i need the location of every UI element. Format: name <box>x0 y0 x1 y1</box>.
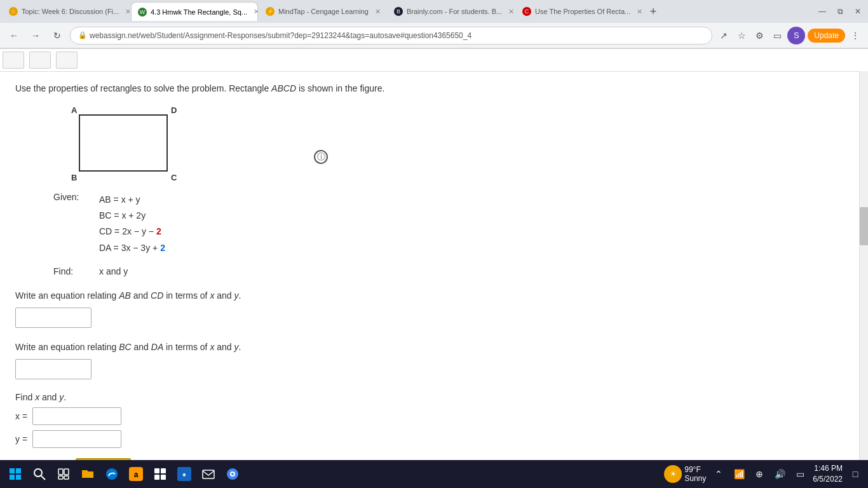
svg-point-22 <box>231 473 234 475</box>
windows-icon <box>9 468 22 480</box>
action-button-3[interactable] <box>56 51 78 69</box>
question-1-text: Write an equation relating AB and CD in … <box>15 289 853 302</box>
tab-1-close[interactable]: ✕ <box>125 8 130 16</box>
notification-icon[interactable]: □ <box>848 466 863 482</box>
tab-5[interactable]: C Use The Properties Of Recta... ✕ <box>516 2 643 21</box>
action-button-1[interactable] <box>3 51 24 69</box>
eq-cd-red: 2 <box>156 224 161 240</box>
battery-icon[interactable]: ▭ <box>792 466 808 482</box>
search-taskbar-icon <box>33 468 46 480</box>
back-button[interactable]: ← <box>5 27 23 44</box>
amazon-button[interactable]: a <box>126 464 146 484</box>
tab-3-close[interactable]: ✕ <box>375 8 381 16</box>
grid-button[interactable] <box>150 464 170 484</box>
grid-icon <box>153 467 167 481</box>
edge-taskbar-button[interactable] <box>102 464 122 484</box>
chrome-icon <box>226 467 240 481</box>
edge-taskbar-icon <box>105 467 119 481</box>
scroll-thumb[interactable] <box>860 207 868 245</box>
rectangle-figure: A D B C ⓘ <box>66 105 320 182</box>
nav-bar: ← → ↻ 🔒 webassign.net/web/Student/Assign… <box>0 23 868 48</box>
tab-5-favicon: C <box>522 7 531 16</box>
tab-2[interactable]: W 4.3 Hmwk The Rectangle, Sq... ✕ <box>131 2 258 21</box>
taskbar: a ♠ <box>0 460 868 488</box>
search-taskbar-button[interactable] <box>29 464 50 484</box>
star-icon[interactable]: ☆ <box>734 28 749 43</box>
solitaire-icon: ♠ <box>177 467 191 481</box>
tray-arrow-icon[interactable]: ⌃ <box>711 466 726 482</box>
wifi-icon[interactable]: ⊕ <box>752 466 767 482</box>
question-block-1: Write an equation relating AB and CD in … <box>15 289 853 328</box>
find-label: Find: <box>53 266 92 276</box>
answer-input-1[interactable] <box>15 308 92 328</box>
task-view-button[interactable] <box>53 464 74 484</box>
reload-button[interactable]: ↻ <box>48 27 66 44</box>
svg-rect-3 <box>16 475 21 480</box>
weather-widget: ☀ 99°F Sunny <box>664 465 706 483</box>
svg-rect-6 <box>58 469 63 475</box>
eq-ab-text: AB = x + y <box>99 192 140 208</box>
tab-3[interactable]: ⚡ MindTap - Cengage Learning ✕ <box>259 2 386 21</box>
menu-icon[interactable]: ⋮ <box>848 28 863 43</box>
address-bar[interactable]: 🔒 webassign.net/web/Student/Assignment-R… <box>70 27 712 44</box>
file-explorer-icon <box>80 466 95 482</box>
file-explorer-button[interactable] <box>78 464 98 484</box>
forward-button[interactable]: → <box>27 27 44 44</box>
question-2-text: Write an equation relating BC and DA in … <box>15 341 853 354</box>
tab-bar: ○ Topic: Week 6: Discussion (Fi... ✕ W 4… <box>0 0 868 23</box>
new-tab-button[interactable]: + <box>644 3 662 20</box>
svg-rect-9 <box>64 476 69 479</box>
find-xy-title: Find x and y. <box>15 392 853 402</box>
sidebar-toggle-icon[interactable]: ▭ <box>770 28 785 43</box>
page-scrollbar[interactable] <box>859 71 868 460</box>
svg-rect-8 <box>58 476 63 479</box>
svg-rect-7 <box>64 469 69 475</box>
tab-2-favicon: W <box>138 8 147 17</box>
tab-2-close[interactable]: ✕ <box>254 8 258 16</box>
close-window-icon[interactable]: ✕ <box>850 4 865 19</box>
tab-4[interactable]: B Brainly.com - For students. B... ✕ <box>388 2 515 21</box>
restore-icon[interactable]: ⧉ <box>832 4 848 19</box>
update-button[interactable]: Update <box>808 29 845 43</box>
eq-bc: BC = x + 2y <box>99 208 165 224</box>
action-button-2[interactable] <box>29 51 51 69</box>
taskbar-left: a ♠ <box>5 464 243 484</box>
profile-icon[interactable]: S <box>787 27 805 44</box>
weather-desc: Sunny <box>684 474 706 483</box>
answer-input-2[interactable] <box>15 359 92 379</box>
svg-rect-15 <box>154 475 159 480</box>
weather-info: 99°F Sunny <box>684 465 706 483</box>
tab-5-label: Use The Properties Of Recta... <box>535 8 630 15</box>
tab-5-close[interactable]: ✕ <box>637 8 642 16</box>
label-a: A <box>71 105 77 115</box>
x-label: x = <box>15 411 27 421</box>
sun-icon: ☀ <box>664 465 682 483</box>
chrome-button[interactable] <box>222 464 243 484</box>
x-input[interactable] <box>32 407 121 425</box>
amazon-icon: a <box>129 467 143 481</box>
weather-temp: 99°F <box>684 465 706 474</box>
mail-icon <box>201 467 215 481</box>
svg-text:a: a <box>134 470 139 479</box>
extensions-icon[interactable]: ⚙ <box>752 28 767 43</box>
minimize-icon[interactable]: — <box>815 4 830 19</box>
svg-point-10 <box>106 468 118 480</box>
info-icon[interactable]: ⓘ <box>314 150 328 164</box>
eq-da-pre: DA = 3x − 3y + <box>99 240 158 256</box>
volume-icon[interactable]: 🔊 <box>772 466 787 482</box>
tab-4-close[interactable]: ✕ <box>508 8 514 16</box>
tab-4-favicon: B <box>394 7 403 16</box>
mail-button[interactable] <box>198 464 219 484</box>
rect-diagram: A D B C <box>66 105 193 182</box>
start-button[interactable] <box>5 464 25 484</box>
tab-1[interactable]: ○ Topic: Week 6: Discussion (Fi... ✕ <box>3 2 130 21</box>
action-bar <box>0 49 868 72</box>
label-c: C <box>171 173 177 182</box>
network-icon[interactable]: 📶 <box>731 466 747 482</box>
eq-da-blue: 2 <box>160 240 165 256</box>
solitaire-button[interactable]: ♠ <box>174 464 194 484</box>
share-icon[interactable]: ↗ <box>716 28 731 43</box>
tab-4-label: Brainly.com - For students. B... <box>407 8 502 15</box>
y-label: y = <box>15 434 27 444</box>
y-input[interactable] <box>32 430 121 448</box>
